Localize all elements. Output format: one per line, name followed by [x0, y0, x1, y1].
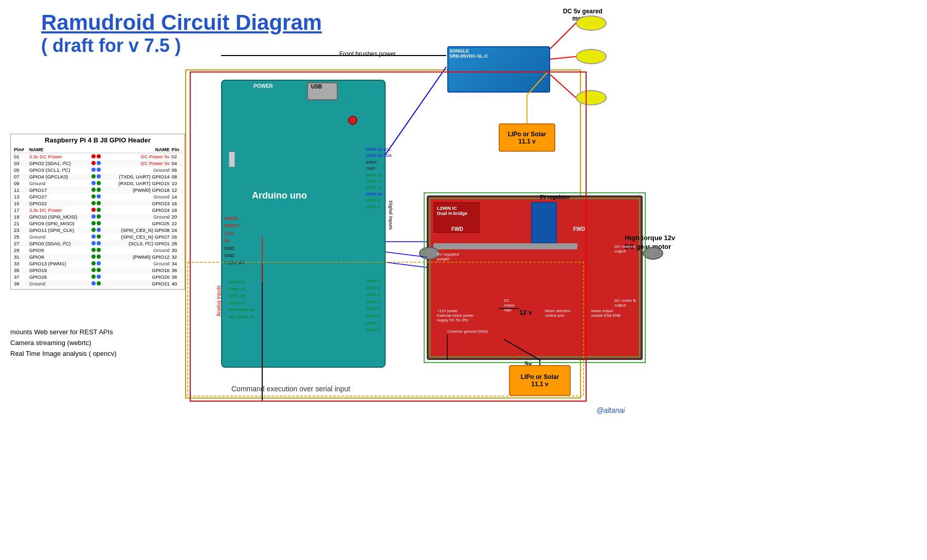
gpio15: GPIO 15	[229, 286, 254, 293]
pin-number-left: 35	[13, 267, 28, 274]
gpio14: GPIO 14	[229, 279, 254, 286]
col-name-left: NAME	[28, 146, 90, 153]
table-row: 27GPIO0 (SDA0, I²C)(SCL0, I²C) GPIO128	[13, 240, 183, 247]
pin-name-right: Ground	[105, 247, 171, 254]
table-row: 15GPIO22GPIO2316	[13, 200, 183, 207]
l298n-label: L298N IC Dual H-bridge	[437, 206, 467, 216]
table-row: 23GPIO11 (SPI0_CLK)(SPI0_CE0_N) GPIO824	[13, 227, 183, 233]
pin-name-right: GPIO23	[105, 200, 171, 207]
table-row: 37GPIO26GPIO2038	[13, 274, 183, 280]
table-row: 09Ground(RXD0, UART) GPIO1510	[13, 180, 183, 187]
7-12v-label: 7-12V Vin	[224, 259, 244, 266]
table-row: 05GPIO3 (SCL1, I²C)Ground06	[13, 167, 183, 173]
pin-name-right: GPIO16	[105, 267, 171, 274]
pin-name-right: (PWM0) GPIO12	[105, 254, 171, 260]
gpio3: GPIO 3	[366, 305, 380, 313]
pin-number-left: 03	[13, 160, 28, 167]
pin-name-right: (SPI0_CE0_N) GPIO8	[105, 227, 171, 233]
analog-pins: GPIO 14 GPIO 15 GPIO 16 GPIO 17 SDA GPIO…	[229, 279, 254, 321]
ioref-label: IOREF	[224, 215, 244, 222]
pin-name-left: GPIO0 (SDA0, I²C)	[28, 240, 90, 247]
table-row: 013.3v DC PowerDC Power 5v02	[13, 153, 183, 160]
table-row: 13GPIO27Ground14	[13, 193, 183, 200]
pin-dots	[90, 274, 105, 280]
table-row: 03GPIO2 (SDA1, I²C)DC Power 5v04	[13, 160, 183, 167]
pin-dots	[90, 213, 105, 220]
pin-number-right: 12	[171, 187, 183, 193]
pin-name-left: GPIO6	[28, 254, 90, 260]
pin-number-right: 22	[171, 220, 183, 227]
table-row: 11GPIO17(PWM0) GPIO1812	[13, 187, 183, 193]
dc-motor-3	[576, 90, 607, 105]
gpio5: GPIO 5	[366, 292, 380, 299]
pin-name-left: GPIO22	[28, 200, 90, 207]
icsp-header-top	[229, 152, 235, 167]
pin-number-left: 31	[13, 254, 28, 260]
pin-number-right: 36	[171, 267, 183, 274]
heat-sink	[433, 243, 577, 249]
pin-number-right: 30	[171, 247, 183, 254]
table-row: 173.3v DC PowerGPIO2418	[13, 207, 183, 213]
pin-name-left: Ground	[28, 180, 90, 187]
gpio8: GPIO 8	[366, 204, 392, 210]
pin-name-right: GPIO21	[105, 280, 171, 287]
pin-number-right: 04	[171, 160, 183, 167]
pin-dots	[90, 233, 105, 240]
table-row: 19GPIO10 (SPI0_MOSI)Ground20	[13, 213, 183, 220]
pin-dots	[90, 240, 105, 247]
pin-name-left: GPIO9 (SPI0_MISO)	[28, 220, 90, 227]
pin-dots	[90, 187, 105, 193]
pin-number-right: 40	[171, 280, 183, 287]
table-row: 31GPIO6(PWM0) GPIO1232	[13, 254, 183, 260]
pin-name-right: Ground	[105, 213, 171, 220]
gpio1: GPIO 1	[366, 320, 380, 327]
pin-number-left: 21	[13, 220, 28, 227]
gpio-table-title: Raspberry Pi 4 B J8 GPIO Header	[13, 136, 183, 144]
command-exec-label: Command execution over serial input	[231, 385, 350, 393]
pin-name-left: GPIO3 (SCL1, I²C)	[28, 167, 90, 173]
pin-number-right: 06	[171, 167, 183, 173]
pin-number-right: 02	[171, 153, 183, 160]
gpio4: GPIO 4	[366, 299, 380, 306]
pin-number-left: 07	[13, 173, 28, 180]
pin-number-left: 19	[13, 213, 28, 220]
svg-line-1	[550, 23, 576, 49]
pin-name-left: GPIO10 (SPI0_MOSI)	[28, 213, 90, 220]
pin-name-right: Ground	[105, 167, 171, 173]
gpio6: GPIO 6	[366, 285, 380, 292]
dc-motor-right	[643, 247, 663, 260]
dc-motor-a-output: DC motor Aoutput	[614, 244, 635, 254]
bottom-line1: mounts Web server for REST APIs	[10, 327, 117, 338]
pin-number-right: 28	[171, 240, 183, 247]
pin-number-right: 10	[171, 180, 183, 187]
5v-regulator-label: 5V regulator	[540, 194, 570, 200]
table-row: 21GPIO9 (SPI0_MISO)GPIO2522	[13, 220, 183, 227]
pin-number-left: 29	[13, 247, 28, 254]
pin-dots	[90, 280, 105, 287]
col-dots	[90, 146, 105, 153]
gpio13: GPIO 13	[366, 172, 392, 178]
lipo-battery-1: LIPo or Solar11.1 v	[499, 123, 555, 152]
pin-dots	[90, 247, 105, 254]
reset-label: RESET	[224, 222, 244, 229]
pin-dots	[90, 180, 105, 187]
pin-number-left: 37	[13, 274, 28, 280]
pin-name-right: (SPI0_CE1_N) GPIO7	[105, 233, 171, 240]
table-row: 33GPIO13 (PWM1)Ground34	[13, 260, 183, 267]
pin-name-right: Ground	[105, 260, 171, 267]
ext-power-label: +12V powerExternal motor powersupply DC …	[437, 309, 474, 322]
pin-number-left: 11	[13, 187, 28, 193]
pin-dots	[90, 220, 105, 227]
pin-number-left: 05	[13, 167, 28, 173]
table-row: 35GPIO19GPIO1636	[13, 267, 183, 274]
pin-name-left: Ground	[28, 280, 90, 287]
pin-dots	[90, 207, 105, 213]
pin-number-right: 26	[171, 233, 183, 240]
col-pin-right: Pin	[171, 146, 183, 153]
pin-number-left: 27	[13, 240, 28, 247]
pin-number-right: 18	[171, 207, 183, 213]
lipo-battery-2: LIPo or Solar11.1 v	[509, 365, 571, 396]
arduino-usb-label: USB	[311, 84, 322, 89]
pin-name-left: GPIO26	[28, 274, 90, 280]
3v3-label: 3.3V	[224, 230, 244, 237]
